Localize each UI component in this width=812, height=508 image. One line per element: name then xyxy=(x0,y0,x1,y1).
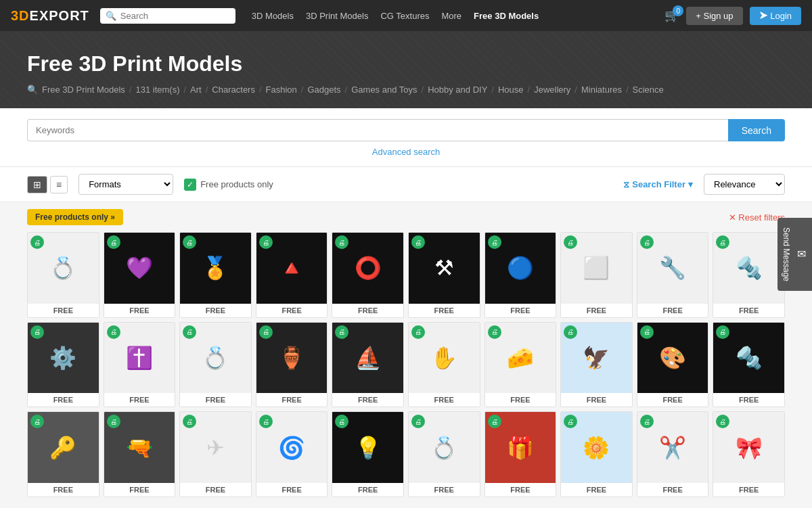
list-view-button[interactable]: ≡ xyxy=(50,176,68,193)
breadcrumb-hobby[interactable]: Hobby and DIY xyxy=(428,85,487,95)
main-nav: 3D Models 3D Print Models CG Textures Mo… xyxy=(252,11,539,21)
header-search-bar[interactable]: 🔍 xyxy=(100,8,235,24)
model-card[interactable]: 🖨 🔩 FREE xyxy=(713,232,785,318)
breadcrumb-characters[interactable]: Characters xyxy=(212,85,255,95)
header-search-input[interactable] xyxy=(120,11,230,21)
model-thumbnail: 🖨 🔵 xyxy=(485,233,556,304)
model-card[interactable]: 🖨 🔧 FREE xyxy=(637,232,709,318)
banner: Free 3D Print Models 🔍 Free 3D Print Mod… xyxy=(0,31,812,108)
model-card[interactable]: 🖨 🎁 FREE xyxy=(484,411,557,497)
model-thumbnail: 🖨 🧀 xyxy=(485,323,556,394)
relevance-select[interactable]: Relevance xyxy=(704,174,785,195)
search-button[interactable]: Search xyxy=(728,119,785,141)
cart-badge: 0 xyxy=(673,5,683,16)
model-card[interactable]: 🖨 🌀 FREE xyxy=(256,411,328,497)
model-thumbnail: 🖨 🏅 xyxy=(180,233,251,304)
advanced-search-link[interactable]: Advanced search xyxy=(27,147,785,160)
logo[interactable]: 3DEXPORT xyxy=(11,8,89,24)
nav-free-3d-models[interactable]: Free 3D Models xyxy=(474,11,539,21)
model-card[interactable]: 🖨 🔑 FREE xyxy=(27,411,99,497)
model-thumbnail: 🖨 ⚒ xyxy=(409,233,480,304)
breadcrumb-miniatures[interactable]: Miniatures xyxy=(581,85,622,95)
send-message-panel[interactable]: ✉ Send Message xyxy=(777,217,812,290)
model-free-label: FREE xyxy=(713,393,784,407)
nav-3d-models[interactable]: 3D Models xyxy=(252,11,294,21)
model-thumbnail: 🖨 ✋ xyxy=(409,323,480,394)
model-card[interactable]: 🖨 💜 FREE xyxy=(104,232,176,318)
model-card[interactable]: 🖨 ✝️ FREE xyxy=(104,322,176,408)
model-free-label: FREE xyxy=(104,304,175,317)
model-free-label: FREE xyxy=(561,483,632,497)
grid-view-button[interactable]: ⊞ xyxy=(27,176,47,193)
model-thumbnail: 🖨 🦅 xyxy=(561,323,632,394)
cart-button[interactable]: 🛒 0 xyxy=(664,8,679,23)
model-card[interactable]: 🖨 ✋ FREE xyxy=(408,322,480,408)
search-filter-button[interactable]: ⧖ Search Filter ▾ xyxy=(623,179,693,190)
model-card[interactable]: 🖨 🏅 FREE xyxy=(179,232,252,318)
model-card[interactable]: 🖨 🎨 FREE xyxy=(637,322,709,408)
model-card[interactable]: 🖨 🦅 FREE xyxy=(560,322,633,408)
nav-cg-textures[interactable]: CG Textures xyxy=(380,11,429,21)
print-icon: 🖨 xyxy=(640,235,654,249)
breadcrumb-sep-1: / xyxy=(129,85,132,95)
model-thumbnail: 🖨 💜 xyxy=(104,233,175,304)
signup-button[interactable]: + Sign up xyxy=(686,7,742,25)
print-icon: 🖨 xyxy=(564,325,577,339)
model-card[interactable]: 🖨 ⬜ FREE xyxy=(560,232,633,318)
search-filter-label: Search Filter xyxy=(632,179,685,189)
model-card[interactable]: 🖨 🎀 FREE xyxy=(713,411,785,497)
logo-export: EXPORT xyxy=(30,8,89,23)
print-icon: 🖨 xyxy=(335,325,348,339)
advanced-search-anchor[interactable]: Advanced search xyxy=(372,147,440,157)
print-icon: 🖨 xyxy=(183,325,196,339)
breadcrumb-fashion[interactable]: Fashion xyxy=(266,85,297,95)
nav-more[interactable]: More xyxy=(441,11,461,21)
breadcrumb-house[interactable]: House xyxy=(498,85,524,95)
model-card[interactable]: 🖨 💡 FREE xyxy=(332,411,404,497)
reset-filters-link[interactable]: ✕ Reset filters xyxy=(729,212,785,223)
model-free-label: FREE xyxy=(180,483,251,497)
model-card[interactable]: 🖨 🔩 FREE xyxy=(713,322,785,408)
model-card[interactable]: 🖨 💍 FREE xyxy=(408,411,480,497)
model-thumbnail: 🖨 ✂️ xyxy=(637,412,708,483)
breadcrumb-games[interactable]: Games and Toys xyxy=(351,85,417,95)
free-only-checkmark[interactable]: ✓ xyxy=(184,179,196,191)
login-button[interactable]: ⮞ Login xyxy=(750,7,801,25)
model-free-label: FREE xyxy=(256,304,328,317)
model-card[interactable]: 🖨 🔵 FREE xyxy=(484,232,557,318)
keyword-input[interactable] xyxy=(27,119,728,141)
model-card[interactable]: 🖨 🏺 FREE xyxy=(256,322,328,408)
print-icon: 🖨 xyxy=(259,415,273,428)
message-icon: ✉ xyxy=(795,248,808,260)
free-products-tag[interactable]: Free products only » xyxy=(27,209,123,225)
model-thumbnail: 🖨 🏺 xyxy=(256,323,328,394)
breadcrumb-gadgets[interactable]: Gadgets xyxy=(307,85,340,95)
breadcrumb-art[interactable]: Art xyxy=(190,85,202,95)
model-card[interactable]: 🖨 🔺 FREE xyxy=(256,232,328,318)
model-thumbnail: 🖨 💡 xyxy=(332,412,403,483)
model-card[interactable]: 🖨 ⛵ FREE xyxy=(332,322,404,408)
filter-right: ⧖ Search Filter ▾ Relevance xyxy=(623,174,785,195)
model-card[interactable]: 🖨 🧀 FREE xyxy=(484,322,557,408)
model-card[interactable]: 🖨 🌼 FREE xyxy=(560,411,633,497)
model-thumbnail: 🖨 💍 xyxy=(409,412,480,483)
model-card[interactable]: 🖨 ⭕ FREE xyxy=(332,232,404,318)
nav-3d-print-models[interactable]: 3D Print Models xyxy=(306,11,368,21)
model-card[interactable]: 🖨 💍 FREE xyxy=(179,322,252,408)
breadcrumb: 🔍 Free 3D Print Models / 131 item(s) / A… xyxy=(27,85,785,95)
model-free-label: FREE xyxy=(637,483,708,497)
breadcrumb-search-icon: 🔍 xyxy=(27,85,38,95)
send-message-label: Send Message xyxy=(782,227,791,281)
model-card[interactable]: 🖨 ⚒ FREE xyxy=(408,232,480,318)
model-card[interactable]: 🖨 💍 FREE xyxy=(27,232,99,318)
model-card[interactable]: 🖨 🔫 FREE xyxy=(104,411,176,497)
format-select[interactable]: Formats xyxy=(78,174,173,195)
breadcrumb-jewellery[interactable]: Jewellery xyxy=(534,85,570,95)
print-icon: 🖨 xyxy=(30,325,44,339)
breadcrumb-home[interactable]: Free 3D Print Models xyxy=(42,85,125,95)
page-title: Free 3D Print Models xyxy=(27,51,785,76)
model-card[interactable]: 🖨 ⚙️ FREE xyxy=(27,322,99,408)
model-card[interactable]: 🖨 ✂️ FREE xyxy=(637,411,709,497)
model-card[interactable]: 🖨 ✈ FREE xyxy=(179,411,252,497)
breadcrumb-science[interactable]: Science xyxy=(633,85,664,95)
